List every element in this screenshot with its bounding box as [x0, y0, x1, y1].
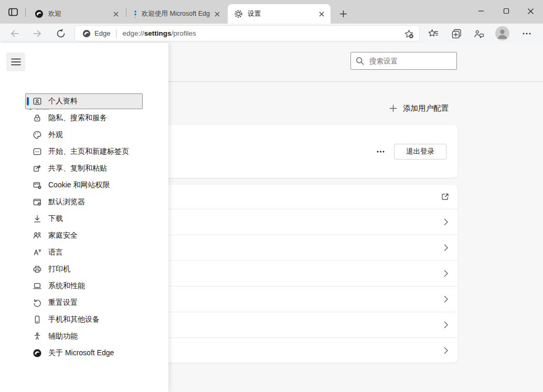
sidebar-item-label: 系统和性能: [48, 281, 85, 291]
sidebar-item-privacy[interactable]: 隐私、搜索和服务: [0, 110, 168, 126]
sidebar-item-label: 默认浏览器: [48, 197, 85, 207]
chevron-right-icon: [442, 244, 450, 251]
sidebar-item-share-copy-paste[interactable]: 共享、复制和粘贴: [0, 161, 168, 176]
tab-strip: 欢迎 欢迎使用 Microsoft Edg 设置: [0, 0, 543, 24]
sidebar-item-accessibility[interactable]: 辅助功能: [0, 329, 168, 344]
sidebar-item-system-performance[interactable]: 系统和性能: [0, 278, 168, 294]
laptop-icon: [33, 281, 42, 291]
add-favorite-button[interactable]: [403, 28, 414, 39]
sidebar-item-printers[interactable]: 打印机: [0, 261, 168, 277]
sidebar-item-label: 关于 Microsoft Edge: [48, 348, 114, 358]
gear-icon: [234, 9, 243, 18]
sidebar-item-label: 打印机: [48, 264, 70, 274]
accessibility-icon: [33, 332, 42, 341]
sidebar-item-appearance[interactable]: 外观: [0, 127, 168, 143]
browser-window: 欢迎 欢迎使用 Microsoft Edg 设置: [0, 0, 543, 392]
minimize-icon: [478, 8, 484, 14]
sidebar-item-reset-settings[interactable]: 重置设置: [0, 295, 168, 311]
settings-search-box[interactable]: [350, 52, 457, 70]
tab-close-icon[interactable]: [112, 10, 120, 18]
sidebar-item-cookies-permissions[interactable]: Cookie 和网站权限: [0, 177, 168, 193]
languages-icon: [33, 248, 42, 257]
window-maximize-button[interactable]: [495, 0, 518, 22]
sidebar-item-family-safety[interactable]: 家庭安全: [0, 228, 168, 243]
plus-icon: [389, 104, 397, 112]
address-bar[interactable]: Edge edge://settings/profiles: [74, 25, 420, 41]
sidebar-item-label: 辅助功能: [48, 332, 78, 341]
open-new-window-icon[interactable]: [441, 193, 450, 202]
forward-button[interactable]: [30, 27, 44, 40]
share-icon: [33, 164, 42, 173]
avatar-person-icon: [495, 26, 509, 40]
add-profile-button[interactable]: 添加用户配置: [389, 102, 449, 114]
reset-icon: [33, 298, 42, 308]
sidebar-item-profiles[interactable]: 个人资料: [0, 93, 168, 109]
sidebar-item-label: Cookie 和网站权限: [48, 181, 110, 190]
navigation-toolbar: Edge edge://settings/profiles: [0, 24, 543, 43]
refresh-button[interactable]: [54, 27, 68, 40]
tab-separator: [25, 8, 26, 17]
forward-arrow-icon: [33, 29, 42, 38]
sidebar-item-label: 外观: [48, 130, 63, 140]
maximize-icon: [503, 8, 509, 14]
tab-welcome[interactable]: 欢迎: [28, 4, 125, 24]
sidebar-item-label: 重置设置: [48, 298, 78, 308]
sidebar-item-label: 隐私、搜索和服务: [48, 113, 107, 123]
chevron-right-icon: [442, 218, 450, 226]
tab-settings-active[interactable]: 设置: [228, 4, 331, 24]
more-options-button[interactable]: [374, 145, 387, 158]
settings-page: 添加用户配置 退出登录: [0, 43, 543, 392]
omnibox-divider: [116, 29, 116, 38]
window-close-button[interactable]: [519, 0, 542, 22]
plus-icon: [339, 10, 347, 18]
selected-indicator: [27, 97, 29, 105]
profile-avatar[interactable]: [495, 26, 509, 40]
loading-dots-icon: [134, 10, 137, 18]
chevron-right-icon: [442, 321, 450, 329]
edge-logo-icon: [33, 348, 42, 358]
collections-button[interactable]: [449, 27, 464, 40]
family-icon: [33, 231, 42, 240]
settings-menu-button[interactable]: [519, 27, 534, 40]
star-add-icon: [404, 29, 414, 39]
chevron-right-icon: [442, 347, 450, 354]
sidebar-item-about-edge[interactable]: 关于 Microsoft Edge: [0, 345, 168, 361]
back-button[interactable]: [8, 27, 22, 40]
person-chat-icon: [474, 29, 484, 38]
close-icon: [527, 8, 534, 15]
new-tab-button[interactable]: [336, 7, 350, 20]
sidebar-item-label: 下载: [48, 214, 63, 224]
printer-icon: [33, 264, 42, 274]
chevron-right-icon: [442, 270, 450, 277]
sidebar-item-languages[interactable]: 语言: [0, 245, 168, 260]
sidebar-item-label: 开始、主页和新建标签页: [48, 147, 129, 156]
tab-close-icon[interactable]: [317, 10, 326, 18]
tab-close-icon[interactable]: [213, 10, 221, 18]
palette-icon: [33, 130, 42, 140]
sidebar-item-start-home-newtab[interactable]: 开始、主页和新建标签页: [0, 144, 168, 160]
site-permissions-icon: [33, 181, 42, 190]
sign-out-button[interactable]: 退出登录: [394, 144, 446, 160]
sidebar-menu: 个人资料 隐私、搜索和服务 外观 开始、主页和新建标签页 共享、复制和粘贴: [0, 93, 168, 362]
sidebar-item-downloads[interactable]: 下载: [0, 211, 168, 227]
star-list-icon: [428, 29, 439, 38]
sidebar-toggle-button[interactable]: [6, 52, 25, 71]
sidebar-item-phone-devices[interactable]: 手机和其他设备: [0, 312, 168, 327]
edge-logo-icon: [35, 9, 44, 18]
window-minimize-button[interactable]: [470, 0, 493, 22]
browser-essentials-button[interactable]: [472, 27, 486, 40]
tab-actions-menu-button[interactable]: [7, 6, 19, 18]
site-badge[interactable]: Edge: [82, 29, 110, 38]
sidebar-item-label: 手机和其他设备: [48, 315, 100, 324]
search-icon: [356, 57, 364, 65]
settings-search-input[interactable]: [369, 57, 452, 65]
collections-icon: [452, 29, 462, 39]
new-tab-page-icon: [33, 147, 42, 156]
tab-welcome-to-edge[interactable]: 欢迎使用 Microsoft Edg: [127, 4, 226, 24]
favorites-button[interactable]: [426, 27, 441, 40]
chevron-right-icon: [442, 295, 450, 303]
sidebar-item-label: 共享、复制和粘贴: [48, 164, 107, 173]
sidebar-item-default-browser[interactable]: 默认浏览器: [0, 194, 168, 210]
ellipsis-icon: [377, 151, 385, 153]
site-badge-label: Edge: [94, 29, 110, 37]
